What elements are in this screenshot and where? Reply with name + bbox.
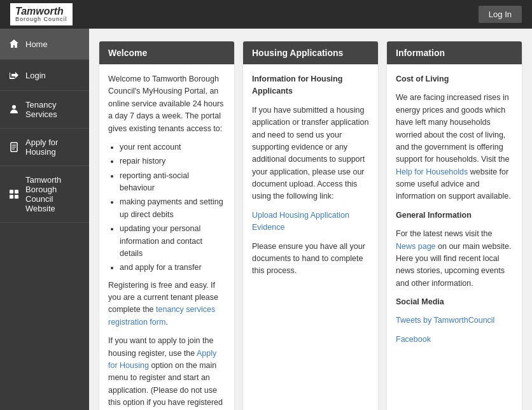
list-item: your rent account <box>120 141 225 153</box>
list-item: updating your personal information and c… <box>120 223 225 260</box>
sidebar-item-login[interactable]: Login <box>0 60 89 91</box>
home-icon <box>8 38 20 50</box>
tenancy-registration-link[interactable]: tenancy services registration form <box>108 305 215 326</box>
logo-tamworth: Tamworth <box>15 6 67 17</box>
information-card: Information Cost of Living We are facing… <box>387 41 522 410</box>
svg-point-0 <box>12 105 16 109</box>
upload-evidence-link[interactable]: Upload Housing Application Evidence <box>252 211 349 232</box>
main-layout: Home Login Tenancy Services <box>0 29 532 410</box>
upload-link-para: Upload Housing Application Evidence <box>252 209 369 234</box>
sidebar: Home Login Tenancy Services <box>0 29 89 410</box>
svg-rect-8 <box>15 195 18 199</box>
sidebar-item-tenancy-label: Tenancy Services <box>25 100 81 119</box>
sidebar-item-tamworth[interactable]: Tamworth Borough Council Website <box>0 166 89 223</box>
housing-applicants-title: Information for Housing Applicants <box>252 73 369 98</box>
sidebar-item-login-label: Login <box>25 71 46 80</box>
information-body: Cost of Living We are facing increased r… <box>387 64 522 355</box>
sidebar-item-home-label: Home <box>25 39 48 49</box>
login-icon <box>8 69 20 81</box>
header: Tamworth Borough Council Log In <box>0 0 532 29</box>
facebook-link-para: Facebook <box>396 334 513 346</box>
general-info-title: General Information <box>396 209 513 222</box>
cost-of-living-text: We are facing increased rises in energy … <box>396 92 513 202</box>
welcome-card: Welcome Welcome to Tamworth Borough Coun… <box>99 41 234 410</box>
facebook-link[interactable]: Facebook <box>396 335 431 344</box>
document-icon <box>8 141 20 153</box>
list-item: repair history <box>120 155 225 167</box>
welcome-card-header: Welcome <box>99 41 234 64</box>
housing-applications-card: Housing Applications Information for Hou… <box>243 41 378 410</box>
logo-area: Tamworth Borough Council <box>10 3 73 25</box>
sidebar-item-apply[interactable]: Apply for Housing <box>0 129 89 166</box>
twitter-link-para: Tweets by TamworthCouncil <box>396 315 513 327</box>
general-info-text: For the latest news visit the News page … <box>396 228 513 290</box>
housing-applications-body: Information for Housing Applicants If yo… <box>243 64 378 286</box>
svg-rect-6 <box>15 190 18 194</box>
sidebar-item-apply-label: Apply for Housing <box>25 138 81 157</box>
news-page-link[interactable]: News page <box>396 242 436 251</box>
svg-rect-7 <box>10 195 13 199</box>
sidebar-item-home[interactable]: Home <box>0 29 89 60</box>
welcome-apply: If you want to apply to join the housing… <box>108 335 225 410</box>
logo-borough: Borough Council <box>15 17 67 23</box>
twitter-link[interactable]: Tweets by TamworthCouncil <box>396 316 494 325</box>
apply-for-housing-link[interactable]: Apply for Housing <box>108 349 216 370</box>
list-item: and apply for a transfer <box>120 262 225 274</box>
grid-icon <box>8 188 20 201</box>
help-for-households-link[interactable]: Help for Households <box>396 167 468 176</box>
main-content: Welcome Welcome to Tamworth Borough Coun… <box>89 29 532 410</box>
housing-applicants-intro: If you have submitted a housing applicat… <box>252 104 369 203</box>
logo-box: Tamworth Borough Council <box>10 3 73 25</box>
housing-note: Please ensure you have all your document… <box>252 241 369 278</box>
sidebar-item-tamworth-label: Tamworth Borough Council Website <box>25 175 81 213</box>
housing-applications-header: Housing Applications <box>243 41 378 64</box>
list-item: reporting anti-social behaviour <box>120 170 225 195</box>
cost-of-living-title: Cost of Living <box>396 73 513 85</box>
information-header: Information <box>387 41 522 64</box>
cards-row: Welcome Welcome to Tamworth Borough Coun… <box>99 41 522 410</box>
list-item: making payments and setting up direct de… <box>120 196 225 221</box>
sidebar-item-tenancy[interactable]: Tenancy Services <box>0 91 89 129</box>
social-media-title: Social Media <box>396 296 513 308</box>
welcome-intro: Welcome to Tamworth Borough Council's My… <box>108 73 225 135</box>
login-button[interactable]: Log In <box>479 6 522 23</box>
welcome-card-body: Welcome to Tamworth Borough Council's My… <box>99 64 234 410</box>
welcome-list: your rent account repair history reporti… <box>120 141 225 274</box>
person-icon <box>8 103 20 116</box>
svg-rect-5 <box>10 190 13 194</box>
welcome-register: Registering is free and easy. If you are… <box>108 279 225 329</box>
